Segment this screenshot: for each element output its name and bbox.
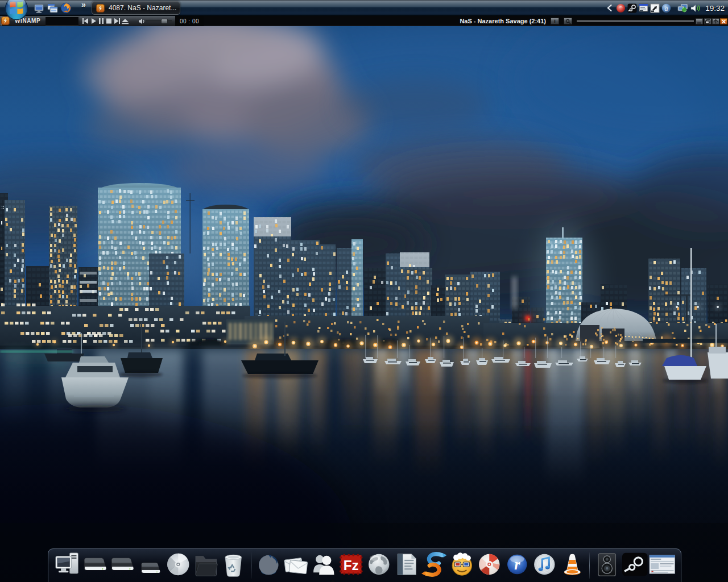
svg-text:a: a xyxy=(665,4,668,12)
svg-text:Fz: Fz xyxy=(344,558,359,573)
svg-text:r: r xyxy=(514,556,520,573)
